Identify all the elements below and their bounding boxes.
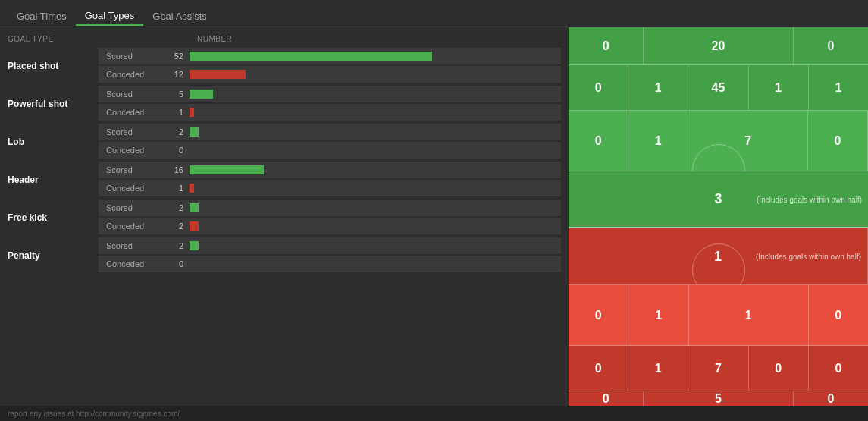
scored-number-2: 2	[159, 127, 190, 137]
column-headers: GOAL TYPE NUMBER	[8, 35, 561, 43]
scored-bar-5	[190, 241, 199, 250]
goal-rows-0: Scored52Conceded12	[99, 48, 561, 84]
scored-bar-container-0	[190, 48, 561, 64]
footer-bar: report any issues at http://community.si…	[0, 406, 868, 421]
conceded-bar-0	[190, 70, 246, 79]
conceded-bar-container-2	[190, 142, 561, 159]
scored-number-5: 2	[159, 241, 190, 250]
scored-number-3: 16	[159, 165, 190, 174]
pitch-panel: 0 20 0 0 1 45 1 1 0 1 7 0	[569, 27, 868, 406]
pitch-cell-r3-c2: 1	[628, 111, 688, 171]
col-header-goal-type: GOAL TYPE	[8, 35, 99, 43]
pitch-cell-r2-c3: 45	[688, 65, 748, 110]
pitch-row-upper-box: 0 1 45 1 1	[569, 65, 868, 111]
goal-type-label-1: Powerful shot	[8, 97, 99, 111]
pitch-cell-r8-c2: 5	[644, 391, 794, 406]
scored-bar-container-4	[190, 200, 561, 216]
goal-type-section-5: PenaltyScored2Conceded0	[8, 237, 561, 274]
scored-bar-container-3	[190, 162, 561, 178]
pitch-cell-r5-main: 1 (Includes goals within own half)	[569, 228, 868, 284]
pitch-cell-r3-c4: 0	[808, 111, 868, 171]
conceded-bar-container-0	[190, 66, 561, 83]
left-panel: GOAL TYPE NUMBER Placed shotScored52Conc…	[0, 27, 569, 406]
goal-type-section-3: HeaderScored16Conceded1	[8, 162, 561, 198]
scored-bar-container-2	[190, 124, 561, 140]
goal-type-label-4: Free kick	[8, 211, 99, 225]
scored-label-2: Scored	[99, 127, 159, 137]
conceded-bar-container-3	[190, 180, 561, 196]
pitch-cell-r2-c4: 1	[749, 65, 809, 110]
pitch-cell-r8-c1: 0	[569, 391, 644, 406]
scored-row-2: Scored2	[99, 124, 561, 140]
conceded-number-3: 1	[159, 184, 190, 193]
scored-label-4: Scored	[99, 203, 159, 212]
pitch-grid: 0 20 0 0 1 45 1 1 0 1 7 0	[569, 27, 868, 406]
scored-label-0: Scored	[99, 52, 159, 61]
pitch-cell-r1-c3: 0	[794, 27, 868, 64]
pitch-cell-r8-c3: 0	[794, 391, 868, 406]
main-content: GOAL TYPE NUMBER Placed shotScored52Conc…	[0, 27, 868, 406]
conceded-number-5: 0	[159, 259, 190, 269]
conceded-bar-4	[190, 221, 199, 231]
goal-rows-4: Scored2Conceded2	[99, 200, 561, 236]
scored-row-5: Scored2	[99, 237, 561, 254]
tab-goal-assists[interactable]: Goal Assists	[143, 8, 216, 25]
scored-bar-3	[190, 165, 264, 174]
pitch-cell-r7-c5: 0	[809, 346, 868, 391]
pitch-row-lower-box: 0 1 1 0	[569, 285, 868, 346]
pitch-cell-r2-c2: 1	[628, 65, 688, 110]
conceded-label-4: Conceded	[99, 221, 159, 231]
pitch-cell-r1-c1: 0	[569, 27, 644, 64]
pitch-cell-r6-c3: 1	[689, 285, 809, 345]
scored-bar-0	[190, 52, 432, 61]
scored-bar-1	[190, 90, 213, 99]
pitch-row-top-strip: 0 20 0	[569, 27, 868, 65]
col-header-number: NUMBER	[197, 35, 265, 43]
conceded-bar-1	[190, 108, 194, 117]
scored-bar-container-5	[190, 237, 561, 254]
tab-goal-times[interactable]: Goal Times	[8, 8, 76, 25]
scored-number-1: 5	[159, 90, 190, 99]
conceded-row-0: Conceded12	[99, 66, 561, 83]
conceded-number-4: 2	[159, 221, 190, 231]
goal-type-label-5: Penalty	[8, 249, 99, 262]
conceded-number-1: 1	[159, 108, 190, 117]
scored-row-0: Scored52	[99, 48, 561, 64]
conceded-label-0: Conceded	[99, 70, 159, 79]
tab-bar: Goal Times Goal Types Goal Assists	[0, 0, 868, 27]
conceded-number-2: 0	[159, 146, 190, 155]
conceded-label-5: Conceded	[99, 259, 159, 269]
pitch-row-mid-upper: 0 1 7 0	[569, 111, 868, 171]
pitch-cell-r2-c5: 1	[809, 65, 868, 110]
conceded-label-3: Conceded	[99, 184, 159, 193]
pitch-cell-r3-c3: 7	[688, 111, 807, 171]
goal-type-label-0: Placed shot	[8, 59, 99, 73]
conceded-label-2: Conceded	[99, 146, 159, 155]
pitch-cell-r6-c2: 1	[628, 285, 688, 345]
goal-type-label-2: Lob	[8, 135, 99, 149]
scored-row-4: Scored2	[99, 200, 561, 216]
conceded-row-1: Conceded1	[99, 104, 561, 121]
conceded-bar-container-1	[190, 104, 561, 121]
pitch-row-red-wide: 1 (Includes goals within own half)	[569, 228, 868, 285]
conceded-bar-container-4	[190, 218, 561, 234]
goal-type-section-2: LobScored2Conceded0	[8, 124, 561, 160]
conceded-bar-3	[190, 184, 194, 193]
goal-type-section-1: Powerful shotScored5Conceded1	[8, 86, 561, 122]
tab-goal-types[interactable]: Goal Types	[76, 7, 144, 26]
conceded-row-5: Conceded0	[99, 256, 561, 272]
conceded-number-0: 12	[159, 70, 190, 79]
pitch-cell-r6-c1: 0	[569, 285, 628, 345]
goal-rows-2: Scored2Conceded0	[99, 124, 561, 160]
pitch-cell-r2-c1: 0	[569, 65, 628, 110]
goal-rows-1: Scored5Conceded1	[99, 86, 561, 122]
goal-rows-3: Scored16Conceded1	[99, 162, 561, 198]
scored-bar-4	[190, 203, 199, 212]
conceded-row-3: Conceded1	[99, 180, 561, 196]
scored-bar-container-1	[190, 86, 561, 102]
pitch-cell-r7-c4: 0	[749, 346, 809, 391]
pitch-note-green: (Includes goals within own half)	[757, 195, 862, 203]
conceded-bar-container-5	[190, 256, 561, 272]
pitch-cell-r7-c3: 7	[688, 346, 748, 391]
pitch-cell-r7-c2: 1	[628, 346, 688, 391]
